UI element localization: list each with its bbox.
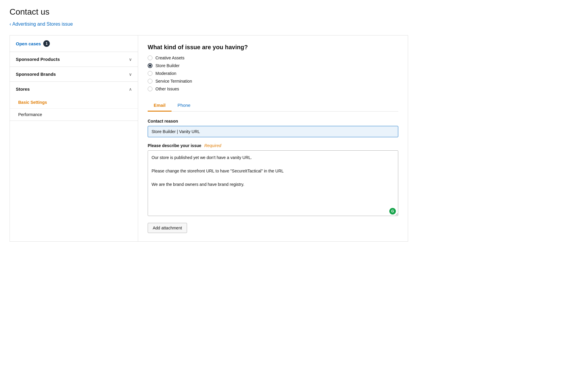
stores-header[interactable]: Stores ∧ (10, 82, 138, 96)
tab-phone[interactable]: Phone (172, 100, 196, 112)
radio-group: Creative Assets Store Builder Moderation… (148, 55, 398, 91)
sponsored-products-title: Sponsored Products (16, 57, 60, 62)
chevron-down-icon-brands: ∨ (129, 72, 132, 77)
sponsored-brands-header[interactable]: Sponsored Brands ∨ (10, 67, 138, 81)
required-label: Required (204, 143, 221, 148)
radio-label-moderation: Moderation (155, 71, 176, 76)
page-title: Contact us (10, 7, 408, 17)
describe-issue-label: Please describe your issue Required (148, 143, 398, 148)
sidebar: Open cases 1 Sponsored Products ∨ Sponso… (10, 36, 138, 241)
radio-circle-other-issues (148, 87, 152, 91)
chevron-up-icon: ∧ (129, 87, 132, 92)
describe-issue-textarea[interactable]: Our store is published yet we don't have… (148, 150, 398, 216)
tab-email[interactable]: Email (148, 100, 172, 112)
radio-item-moderation[interactable]: Moderation (148, 71, 398, 76)
sidebar-item-basic-settings[interactable]: Basic Settings (10, 96, 138, 109)
radio-item-creative-assets[interactable]: Creative Assets (148, 55, 398, 60)
open-cases-label: Open cases (16, 41, 41, 46)
stores-title: Stores (16, 87, 30, 92)
radio-circle-store-builder (148, 63, 152, 68)
radio-circle-service-termination (148, 79, 152, 84)
chevron-left-icon: ‹ (10, 21, 11, 27)
grammarly-icon: G (389, 208, 396, 214)
radio-label-store-builder: Store Builder (155, 63, 180, 68)
breadcrumb-link[interactable]: ‹ Advertising and Stores issue (10, 21, 73, 27)
contact-reason-label: Contact reason (148, 119, 398, 124)
sponsored-products-header[interactable]: Sponsored Products ∨ (10, 52, 138, 67)
issue-question: What kind of issue are you having? (148, 44, 398, 51)
chevron-down-icon: ∨ (129, 57, 132, 62)
sidebar-open-cases[interactable]: Open cases 1 (10, 36, 138, 52)
radio-label-creative-assets: Creative Assets (155, 55, 184, 60)
add-attachment-button[interactable]: Add attachment (148, 223, 187, 233)
textarea-wrapper: Our store is published yet we don't have… (148, 150, 398, 217)
sidebar-section-sponsored-products: Sponsored Products ∨ (10, 52, 138, 67)
content-area: What kind of issue are you having? Creat… (138, 36, 408, 241)
open-cases-badge: 1 (43, 40, 50, 47)
sponsored-brands-title: Sponsored Brands (16, 72, 56, 77)
sidebar-item-performance[interactable]: Performance (10, 109, 138, 121)
radio-item-other-issues[interactable]: Other Issues (148, 87, 398, 91)
page-container: Contact us ‹ Advertising and Stores issu… (0, 0, 418, 249)
sidebar-section-sponsored-brands: Sponsored Brands ∨ (10, 67, 138, 82)
sidebar-section-stores: Stores ∧ Basic Settings Performance (10, 82, 138, 121)
radio-item-store-builder[interactable]: Store Builder (148, 63, 398, 68)
main-layout: Open cases 1 Sponsored Products ∨ Sponso… (10, 35, 408, 242)
radio-circle-creative-assets (148, 55, 152, 60)
radio-label-other-issues: Other Issues (155, 87, 179, 91)
radio-circle-moderation (148, 71, 152, 76)
radio-item-service-termination[interactable]: Service Termination (148, 79, 398, 84)
breadcrumb-text: Advertising and Stores issue (12, 21, 73, 27)
contact-reason-value: Store Builder | Vanity URL (148, 126, 398, 137)
radio-label-service-termination: Service Termination (155, 79, 192, 84)
tabs-row: Email Phone (148, 100, 398, 112)
